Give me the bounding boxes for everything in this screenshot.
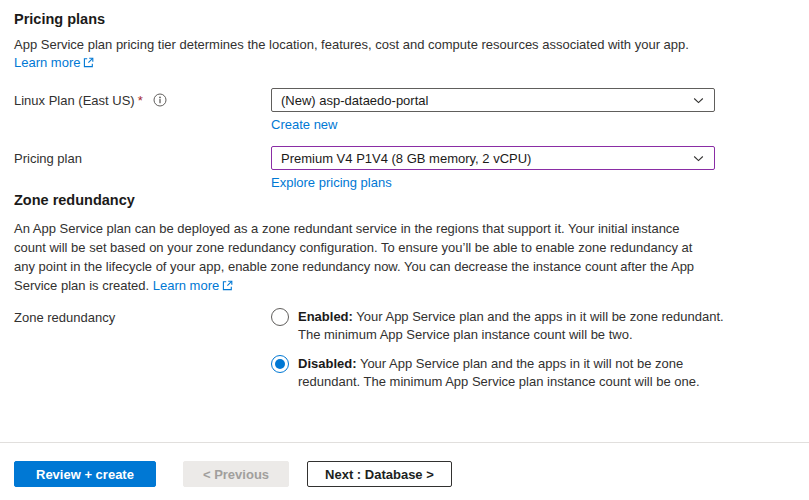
pricing-plans-heading: Pricing plans bbox=[14, 10, 795, 29]
radio-button-enabled[interactable] bbox=[271, 308, 289, 326]
create-new-link[interactable]: Create new bbox=[271, 117, 337, 133]
radio-option-enabled[interactable]: Enabled: Your App Service plan and the a… bbox=[271, 308, 754, 344]
chevron-down-icon bbox=[692, 152, 705, 165]
zone-learn-more-link[interactable]: Learn more bbox=[153, 278, 233, 293]
zone-learn-more-label: Learn more bbox=[153, 278, 219, 293]
external-link-icon bbox=[222, 280, 233, 291]
radio-option-disabled[interactable]: Disabled: Your App Service plan and the … bbox=[271, 355, 754, 391]
chevron-down-icon bbox=[692, 94, 705, 107]
pricing-plan-row: Pricing plan Premium V4 P1V4 (8 GB memor… bbox=[14, 146, 715, 191]
linux-plan-dropdown-value: (New) asp-dataedo-portal bbox=[281, 93, 428, 108]
form-content: Pricing plans App Service plan pricing t… bbox=[14, 10, 795, 402]
explore-pricing-plans-link[interactable]: Explore pricing plans bbox=[271, 175, 392, 191]
footer-button-bar: Review + create < Previous Next : Databa… bbox=[0, 442, 809, 487]
external-link-icon bbox=[83, 57, 94, 68]
linux-plan-label: Linux Plan (East US)* bbox=[14, 88, 271, 109]
radio-enabled-text: Enabled: Your App Service plan and the a… bbox=[298, 308, 730, 344]
required-asterisk: * bbox=[138, 93, 143, 108]
zone-redundancy-label: Zone redundancy bbox=[14, 308, 271, 402]
next-database-button[interactable]: Next : Database > bbox=[307, 461, 452, 487]
zone-redundancy-description: An App Service plan can be deployed as a… bbox=[14, 219, 709, 295]
linux-plan-dropdown[interactable]: (New) asp-dataedo-portal bbox=[271, 88, 715, 112]
pricing-plans-description: App Service plan pricing tier determines… bbox=[14, 36, 709, 53]
pricing-learn-more-link[interactable]: Learn more bbox=[14, 55, 94, 70]
zone-redundancy-row: Zone redundancy Enabled: Your App Servic… bbox=[14, 308, 754, 402]
zone-redundancy-radio-group: Enabled: Your App Service plan and the a… bbox=[271, 308, 754, 402]
pricing-learn-more-label: Learn more bbox=[14, 55, 80, 70]
radio-disabled-text: Disabled: Your App Service plan and the … bbox=[298, 355, 730, 391]
review-create-button[interactable]: Review + create bbox=[14, 461, 156, 487]
pricing-plan-label: Pricing plan bbox=[14, 146, 271, 167]
zone-redundancy-heading: Zone redundancy bbox=[14, 191, 795, 210]
pricing-plan-dropdown[interactable]: Premium V4 P1V4 (8 GB memory, 2 vCPU) bbox=[271, 146, 715, 170]
info-icon[interactable] bbox=[153, 93, 167, 107]
radio-button-disabled[interactable] bbox=[271, 355, 289, 373]
previous-button[interactable]: < Previous bbox=[183, 461, 289, 487]
pricing-plan-dropdown-value: Premium V4 P1V4 (8 GB memory, 2 vCPU) bbox=[281, 151, 531, 166]
linux-plan-row: Linux Plan (East US)* (New) asp-dataedo-… bbox=[14, 88, 715, 133]
